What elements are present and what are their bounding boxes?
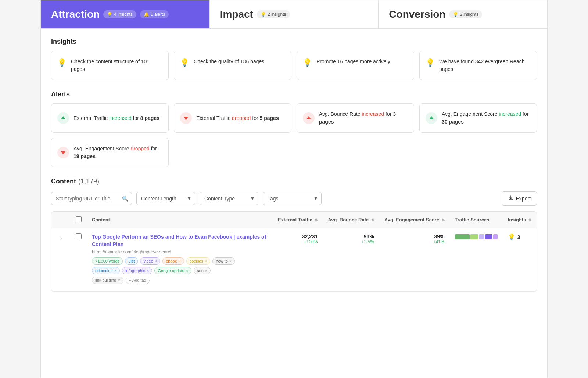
- alert-highlight-3: increased: [499, 111, 521, 117]
- row-insights-cell: 💡 3: [503, 228, 537, 292]
- row-traffic-value: 32,231: [278, 233, 318, 239]
- main-content: Insights 💡 Check the content structure o…: [41, 29, 547, 301]
- insight-card-text-3: We have found 342 evergreen Reach pages: [439, 58, 531, 73]
- row-checkbox-cell: [71, 228, 87, 292]
- alert-bold-3: 30 pages: [442, 119, 464, 125]
- tags-row-2: education × infographic × Google update …: [92, 267, 268, 274]
- select-all-checkbox[interactable]: [76, 216, 82, 222]
- row-engagement-value: 39%: [384, 233, 445, 239]
- alert-text-0: External Traffic increased for 8 pages: [74, 114, 159, 122]
- tag-ebook[interactable]: ebook ×: [162, 257, 184, 265]
- insight-card-text-2: Promote 16 pages more actively: [316, 58, 390, 65]
- insight-card-1[interactable]: 💡 Check the quality of 186 pages: [174, 51, 291, 80]
- tag-howto[interactable]: how to ×: [212, 257, 235, 265]
- tab-conversion[interactable]: Conversion 💡 2 insights: [379, 0, 547, 28]
- alert-card-2[interactable]: Avg. Bounce Rate increased for 3 pages: [297, 103, 414, 133]
- row-content-cell: Top Google Perform an SEOs and How to Ev…: [87, 228, 273, 292]
- row-insight-bulb-icon: 💡: [508, 233, 515, 240]
- alert-bold-1: 5 pages: [260, 115, 279, 121]
- tag-ebook-close[interactable]: ×: [178, 259, 180, 263]
- insight-bulb-icon-1: 💡: [180, 58, 189, 67]
- tabs-bar: Attraction 💡 4 insights 🔔 5 alerts Impac…: [41, 0, 547, 29]
- col-external-traffic[interactable]: External Traffic ⇅: [273, 212, 323, 228]
- tag-education-close[interactable]: ×: [114, 268, 116, 273]
- page-title-link[interactable]: Top Google Perform an SEOs and How to Ev…: [92, 233, 268, 248]
- content-table-wrap: Content External Traffic ⇅ Avg. Bounce R…: [51, 211, 537, 292]
- tag-cookies[interactable]: cookies ×: [186, 257, 211, 265]
- alert-card-3[interactable]: Avg. Engagement Score increased for 30 p…: [419, 103, 537, 133]
- tags-select[interactable]: Tags: [263, 192, 322, 205]
- tag-video[interactable]: video ×: [140, 257, 160, 265]
- row-traffic-change: +100%: [278, 239, 318, 245]
- row-bounce-cell: 91% +2.5%: [323, 228, 379, 292]
- content-length-select[interactable]: Content Length: [136, 192, 195, 205]
- alert-down-red-icon-4: [57, 147, 69, 158]
- tag-infographic-close[interactable]: ×: [147, 268, 149, 273]
- row-traffic-cell: 32,231 +100%: [273, 228, 323, 292]
- insight-card-3[interactable]: 💡 We have found 342 evergreen Reach page…: [419, 51, 537, 80]
- alert-highlight-1: dropped: [232, 115, 251, 121]
- table-body: › Top Google Perform an SEOs and How to …: [51, 228, 537, 292]
- tab-attraction-title: Attraction: [51, 8, 100, 20]
- tab-conversion-insights-badge: 💡 2 insights: [449, 10, 482, 18]
- tag-1800-words[interactable]: >1,800 words: [92, 257, 123, 265]
- tag-seo-close[interactable]: ×: [205, 268, 207, 273]
- tag-infographic[interactable]: infographic ×: [122, 267, 152, 274]
- col-external-traffic-label: External Traffic: [278, 217, 312, 222]
- insight-card-0[interactable]: 💡 Check the content structure of 101 pag…: [51, 51, 169, 80]
- row-checkbox[interactable]: [76, 233, 82, 239]
- col-bounce-rate[interactable]: Avg. Bounce Rate ⇅: [323, 212, 379, 228]
- row-insight-count: 3: [517, 234, 520, 240]
- tag-howto-close[interactable]: ×: [229, 259, 232, 263]
- row-engagement-change: +41%: [384, 239, 445, 245]
- tag-cookies-close[interactable]: ×: [205, 259, 207, 263]
- tag-video-close[interactable]: ×: [155, 259, 157, 263]
- tag-seo[interactable]: seo ×: [194, 267, 211, 274]
- tab-attraction[interactable]: Attraction 💡 4 insights 🔔 5 alerts: [41, 0, 210, 28]
- alert-highlight-2: increased: [362, 111, 384, 117]
- col-checkbox: [71, 212, 87, 228]
- tab-conversion-title: Conversion: [389, 8, 445, 20]
- insight-bulb-icon-3: 💡: [426, 58, 435, 67]
- tag-link-building[interactable]: link building ×: [92, 277, 123, 284]
- tab-attraction-alerts-badge: 🔔 5 alerts: [140, 10, 169, 18]
- insight-card-2[interactable]: 💡 Promote 16 pages more actively: [297, 51, 414, 80]
- export-icon: [508, 195, 514, 202]
- sort-icon-bounce: ⇅: [371, 218, 374, 222]
- content-section-header: Content (1,179): [51, 178, 537, 185]
- tab-impact-title: Impact: [220, 8, 253, 20]
- alerts-section-title: Alerts: [51, 90, 537, 98]
- content-section-title: Content: [51, 178, 76, 185]
- tag-education[interactable]: education ×: [92, 267, 120, 274]
- page-url: https://example.com/blog/improve-search: [92, 249, 268, 254]
- export-button-label: Export: [516, 196, 531, 202]
- alert-bold-4: 19 pages: [74, 153, 96, 159]
- search-input[interactable]: [51, 192, 132, 205]
- add-tag-button[interactable]: + Add tag: [126, 277, 150, 284]
- col-engagement-score[interactable]: Avg. Engagement Score ⇅: [379, 212, 450, 228]
- tag-list[interactable]: List: [125, 257, 138, 265]
- traffic-sources-bar: [455, 233, 498, 240]
- bar-seg-1: [455, 234, 470, 239]
- alert-card-0[interactable]: External Traffic increased for 8 pages: [51, 103, 169, 133]
- insight-card-text-1: Check the quality of 186 pages: [194, 58, 264, 65]
- col-insights[interactable]: Insights ⇅: [503, 212, 537, 228]
- export-button[interactable]: Export: [502, 191, 537, 206]
- insights-cell: 💡 3: [508, 233, 531, 240]
- content-type-select[interactable]: Content Type: [200, 192, 258, 205]
- alert-highlight-4: dropped: [130, 146, 149, 151]
- tab-impact[interactable]: Impact 💡 2 insights: [210, 0, 379, 28]
- row-engagement-cell: 39% +41%: [379, 228, 450, 292]
- tag-google-update-close[interactable]: ×: [186, 268, 188, 273]
- insight-bulb-icon-2: 💡: [303, 58, 312, 67]
- tag-google-update[interactable]: Google update ×: [154, 267, 191, 274]
- table-row: › Top Google Perform an SEOs and How to …: [51, 228, 537, 292]
- alert-card-1[interactable]: External Traffic dropped for 5 pages: [174, 103, 291, 133]
- tag-link-building-close[interactable]: ×: [118, 278, 120, 282]
- bar-seg-5: [493, 234, 498, 239]
- row-bounce-value: 91%: [328, 233, 374, 239]
- alert-card-4[interactable]: Avg. Engagement Score dropped for 19 pag…: [51, 138, 169, 167]
- alert-text-2: Avg. Bounce Rate increased for 3 pages: [319, 110, 408, 126]
- content-section-count: (1,179): [78, 178, 99, 185]
- row-expand-button[interactable]: ›: [57, 233, 65, 242]
